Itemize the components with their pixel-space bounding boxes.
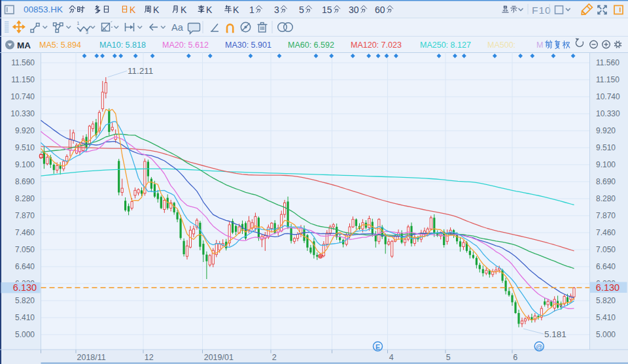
- svg-text:5.410: 5.410: [15, 313, 35, 322]
- svg-text:MA30: 5.901: MA30: 5.901: [225, 41, 271, 50]
- svg-text:7.870: 7.870: [15, 211, 35, 220]
- svg-text:11.560: 11.560: [596, 58, 619, 67]
- svg-text:9.100: 9.100: [15, 160, 35, 169]
- svg-text:00853.HK: 00853.HK: [24, 5, 63, 14]
- svg-text:1: 1: [77, 21, 80, 25]
- svg-text:MA20: 5.612: MA20: 5.612: [162, 41, 209, 50]
- svg-text:8.280: 8.280: [15, 194, 35, 203]
- svg-text:10.330: 10.330: [596, 109, 620, 118]
- svg-text:%: %: [103, 27, 106, 31]
- svg-text:11.150: 11.150: [11, 75, 35, 84]
- svg-text:7.050: 7.050: [596, 245, 616, 254]
- svg-text:10.740: 10.740: [10, 92, 35, 101]
- svg-text:Aa: Aa: [171, 22, 184, 33]
- svg-text:12: 12: [145, 353, 154, 362]
- svg-text:E: E: [375, 343, 380, 351]
- svg-text:7.460: 7.460: [15, 228, 35, 237]
- svg-text:5.000: 5.000: [596, 330, 616, 339]
- svg-text:K: K: [153, 5, 160, 15]
- svg-text:60: 60: [375, 5, 385, 15]
- svg-text:MA10: 5.818: MA10: 5.818: [99, 41, 146, 50]
- svg-text:F10: F10: [532, 5, 551, 16]
- svg-text:MA60: 6.592: MA60: 6.592: [288, 41, 334, 50]
- svg-text:MA500:: MA500:: [487, 41, 515, 50]
- svg-text:10.740: 10.740: [596, 92, 620, 101]
- svg-text:MA: MA: [17, 41, 31, 50]
- svg-text:MA250: 8.127: MA250: 8.127: [420, 41, 471, 50]
- svg-text:7.460: 7.460: [596, 228, 616, 237]
- svg-text:K: K: [233, 5, 239, 15]
- svg-text:3: 3: [274, 5, 279, 15]
- svg-text:2018/11: 2018/11: [77, 353, 106, 362]
- svg-text:7.050: 7.050: [15, 245, 35, 254]
- svg-text:6.640: 6.640: [596, 262, 616, 271]
- svg-text:5.410: 5.410: [596, 313, 616, 322]
- svg-text:5: 5: [446, 353, 451, 362]
- svg-text:10.330: 10.330: [10, 109, 35, 118]
- svg-text:5.000: 5.000: [15, 330, 35, 339]
- svg-text:M: M: [536, 41, 543, 50]
- svg-text:9.920: 9.920: [15, 126, 35, 135]
- svg-text:11.560: 11.560: [11, 58, 35, 67]
- svg-text:7.870: 7.870: [596, 211, 616, 220]
- svg-text:6.640: 6.640: [15, 262, 35, 271]
- svg-text:MA5: 5.894: MA5: 5.894: [39, 41, 81, 50]
- svg-text:15: 15: [322, 5, 332, 15]
- svg-text:9.920: 9.920: [596, 126, 616, 135]
- svg-text:1: 1: [249, 5, 254, 15]
- svg-text:5.820: 5.820: [596, 296, 616, 305]
- svg-text:9.510: 9.510: [596, 143, 616, 152]
- svg-text:K: K: [181, 5, 187, 15]
- svg-text:11.150: 11.150: [596, 75, 619, 84]
- svg-text:4: 4: [389, 353, 394, 362]
- svg-text:MA120: 7.023: MA120: 7.023: [351, 41, 402, 50]
- svg-text:K: K: [130, 5, 136, 15]
- svg-text:5: 5: [299, 5, 304, 15]
- svg-text:6.130: 6.130: [596, 282, 619, 293]
- svg-text:11.211: 11.211: [128, 66, 153, 76]
- svg-text:8.690: 8.690: [15, 177, 35, 186]
- svg-text:K: K: [206, 5, 213, 15]
- svg-text:6: 6: [513, 353, 517, 362]
- svg-text:8.690: 8.690: [596, 177, 616, 186]
- svg-text:5.820: 5.820: [15, 296, 35, 305]
- svg-text:2019/01: 2019/01: [204, 353, 234, 362]
- svg-text:8.280: 8.280: [596, 194, 616, 203]
- svg-text:@: @: [536, 343, 543, 351]
- svg-text:2: 2: [272, 353, 277, 362]
- svg-text:9.510: 9.510: [15, 143, 35, 152]
- svg-text:6.130: 6.130: [13, 282, 37, 293]
- svg-text:9.100: 9.100: [596, 160, 616, 169]
- svg-text:30: 30: [349, 5, 359, 15]
- svg-text:5.181: 5.181: [544, 329, 567, 339]
